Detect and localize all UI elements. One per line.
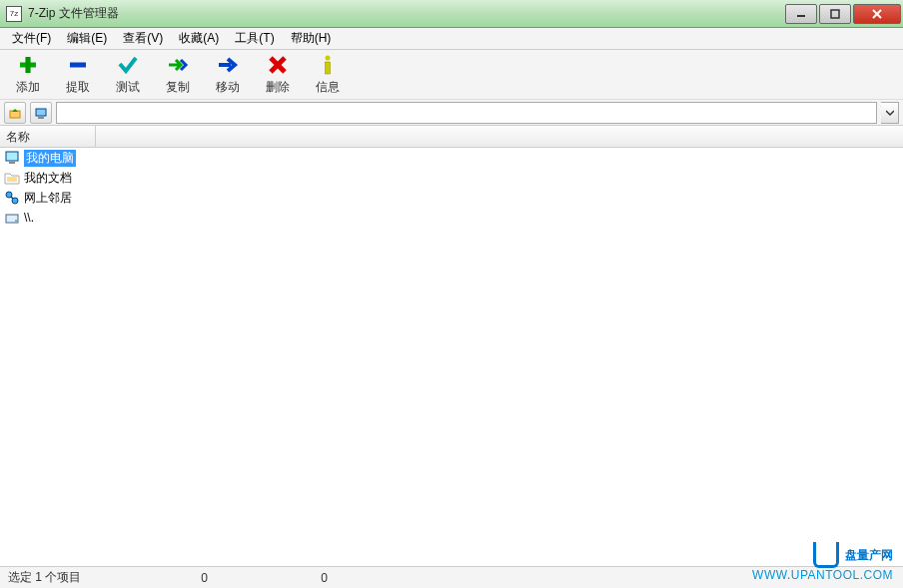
- svg-rect-15: [6, 152, 18, 161]
- folder-icon: [4, 170, 20, 186]
- add-button[interactable]: 添加: [8, 52, 48, 98]
- item-label: 我的文档: [24, 170, 72, 187]
- nav-computer-button[interactable]: [30, 102, 52, 124]
- computer-small-icon: [34, 106, 48, 120]
- item-label: \\.: [24, 211, 34, 225]
- computer-icon: [4, 150, 20, 166]
- svg-rect-17: [7, 177, 17, 182]
- svg-point-22: [15, 220, 17, 222]
- list-item[interactable]: \\.: [0, 208, 903, 228]
- watermark-logo: 盘量产网: [752, 542, 893, 568]
- item-label: 网上邻居: [24, 190, 72, 207]
- menu-tools[interactable]: 工具(T): [227, 28, 282, 49]
- delete-label: 删除: [266, 79, 290, 96]
- info-label: 信息: [316, 79, 340, 96]
- chevron-down-icon: [886, 109, 894, 117]
- info-button[interactable]: 信息: [308, 52, 348, 98]
- move-button[interactable]: 移动: [208, 52, 248, 98]
- pathbar: [0, 100, 903, 126]
- info-icon: [316, 53, 340, 77]
- watermark-text: 盘量产网: [845, 547, 893, 564]
- column-name[interactable]: 名称: [0, 126, 96, 147]
- menu-edit[interactable]: 编辑(E): [59, 28, 115, 49]
- path-dropdown-button[interactable]: [881, 102, 899, 124]
- folder-up-icon: [8, 106, 22, 120]
- toolbar: 添加 提取 测试 复制 移动 删除 信息: [0, 50, 903, 100]
- close-icon: [871, 8, 883, 20]
- svg-rect-14: [38, 117, 44, 119]
- u-icon: [813, 542, 839, 568]
- minimize-icon: [796, 9, 806, 19]
- item-label: 我的电脑: [24, 150, 76, 167]
- menu-favorites[interactable]: 收藏(A): [171, 28, 227, 49]
- svg-line-20: [11, 197, 13, 199]
- add-label: 添加: [16, 79, 40, 96]
- watermark-url: WWW.UPANTOOL.COM: [752, 568, 893, 582]
- network-icon: [4, 190, 20, 206]
- minimize-button[interactable]: [785, 4, 817, 24]
- copy-button[interactable]: 复制: [158, 52, 198, 98]
- delete-button[interactable]: 删除: [258, 52, 298, 98]
- copy-label: 复制: [166, 79, 190, 96]
- menu-help[interactable]: 帮助(H): [283, 28, 340, 49]
- maximize-icon: [830, 9, 840, 19]
- window-controls: [783, 4, 901, 24]
- extract-button[interactable]: 提取: [58, 52, 98, 98]
- check-icon: [116, 53, 140, 77]
- svg-rect-16: [9, 162, 15, 164]
- delete-x-icon: [266, 53, 290, 77]
- test-button[interactable]: 测试: [108, 52, 148, 98]
- list-item[interactable]: 网上邻居: [0, 188, 903, 208]
- list-item[interactable]: 我的文档: [0, 168, 903, 188]
- extract-label: 提取: [66, 79, 90, 96]
- maximize-button[interactable]: [819, 4, 851, 24]
- watermark: 盘量产网 WWW.UPANTOOL.COM: [752, 542, 893, 582]
- status-selected: 选定 1 个项目: [8, 569, 88, 586]
- svg-point-10: [326, 56, 331, 61]
- nav-back-button[interactable]: [4, 102, 26, 124]
- plus-icon: [16, 53, 40, 77]
- move-label: 移动: [216, 79, 240, 96]
- svg-rect-12: [10, 111, 20, 118]
- menubar: 文件(F) 编辑(E) 查看(V) 收藏(A) 工具(T) 帮助(H): [0, 28, 903, 50]
- path-input[interactable]: [56, 102, 877, 124]
- list-item[interactable]: 我的电脑: [0, 148, 903, 168]
- column-header: 名称: [0, 126, 903, 148]
- close-button[interactable]: [853, 4, 901, 24]
- menu-file[interactable]: 文件(F): [4, 28, 59, 49]
- minus-icon: [66, 53, 90, 77]
- app-icon: 7z: [6, 6, 22, 22]
- filelist[interactable]: 我的电脑 我的文档 网上邻居 \\.: [0, 148, 903, 566]
- status-val1: 0: [128, 571, 208, 585]
- menu-view[interactable]: 查看(V): [115, 28, 171, 49]
- window-title: 7-Zip 文件管理器: [28, 5, 783, 22]
- copy-arrow-icon: [166, 53, 190, 77]
- column-spacer: [96, 126, 903, 147]
- svg-rect-11: [326, 62, 331, 74]
- test-label: 测试: [116, 79, 140, 96]
- move-arrow-icon: [216, 53, 240, 77]
- status-val2: 0: [248, 571, 328, 585]
- svg-rect-13: [36, 109, 46, 116]
- drive-icon: [4, 210, 20, 226]
- titlebar: 7z 7-Zip 文件管理器: [0, 0, 903, 28]
- svg-rect-1: [831, 10, 839, 18]
